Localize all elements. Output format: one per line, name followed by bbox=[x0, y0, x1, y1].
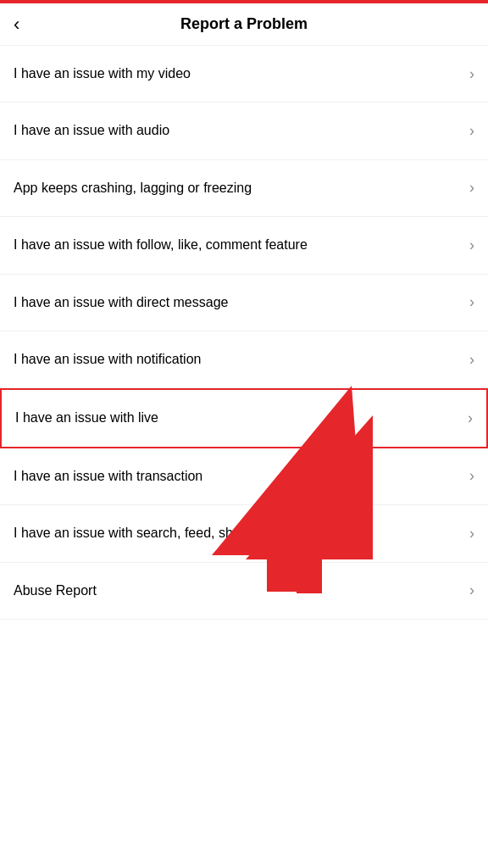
menu-list: I have an issue with my video›I have an … bbox=[0, 46, 488, 620]
chevron-icon-search: › bbox=[469, 525, 474, 542]
chevron-icon-live: › bbox=[468, 409, 473, 427]
chevron-icon-crash: › bbox=[469, 179, 474, 197]
menu-item-label-transaction: I have an issue with transaction bbox=[14, 467, 202, 486]
menu-item-label-search: I have an issue with search, feed, share bbox=[14, 524, 252, 542]
menu-item-label-audio: I have an issue with audio bbox=[14, 121, 169, 140]
menu-item-crash[interactable]: App keeps crashing, lagging or freezing› bbox=[0, 160, 488, 217]
page-title: Report a Problem bbox=[180, 15, 308, 33]
chevron-icon-dm: › bbox=[469, 293, 474, 311]
menu-item-label-notification: I have an issue with notification bbox=[14, 350, 201, 369]
menu-item-label-live: I have an issue with live bbox=[15, 409, 158, 427]
back-button[interactable]: ‹ bbox=[14, 15, 19, 34]
menu-item-dm[interactable]: I have an issue with direct message› bbox=[0, 275, 488, 331]
menu-item-follow[interactable]: I have an issue with follow, like, comme… bbox=[0, 217, 488, 274]
menu-item-notification[interactable]: I have an issue with notification› bbox=[0, 331, 488, 388]
menu-item-transaction[interactable]: I have an issue with transaction› bbox=[0, 448, 488, 505]
menu-item-video[interactable]: I have an issue with my video› bbox=[0, 46, 488, 103]
menu-item-search[interactable]: I have an issue with search, feed, share… bbox=[0, 505, 488, 562]
menu-item-live[interactable]: I have an issue with live› bbox=[0, 388, 488, 448]
menu-item-label-crash: App keeps crashing, lagging or freezing bbox=[14, 179, 252, 198]
menu-item-label-abuse: Abuse Report bbox=[14, 581, 97, 600]
chevron-icon-video: › bbox=[469, 65, 474, 83]
menu-item-label-dm: I have an issue with direct message bbox=[14, 293, 228, 312]
chevron-icon-transaction: › bbox=[469, 467, 474, 485]
chevron-icon-audio: › bbox=[469, 122, 474, 140]
menu-item-label-follow: I have an issue with follow, like, comme… bbox=[14, 236, 308, 254]
header: ‹ Report a Problem bbox=[0, 3, 488, 46]
chevron-icon-abuse: › bbox=[469, 581, 474, 599]
menu-item-abuse[interactable]: Abuse Report› bbox=[0, 563, 488, 620]
menu-item-audio[interactable]: I have an issue with audio› bbox=[0, 103, 488, 159]
chevron-icon-follow: › bbox=[469, 236, 474, 254]
menu-item-label-video: I have an issue with my video bbox=[14, 64, 191, 83]
chevron-icon-notification: › bbox=[469, 351, 474, 369]
